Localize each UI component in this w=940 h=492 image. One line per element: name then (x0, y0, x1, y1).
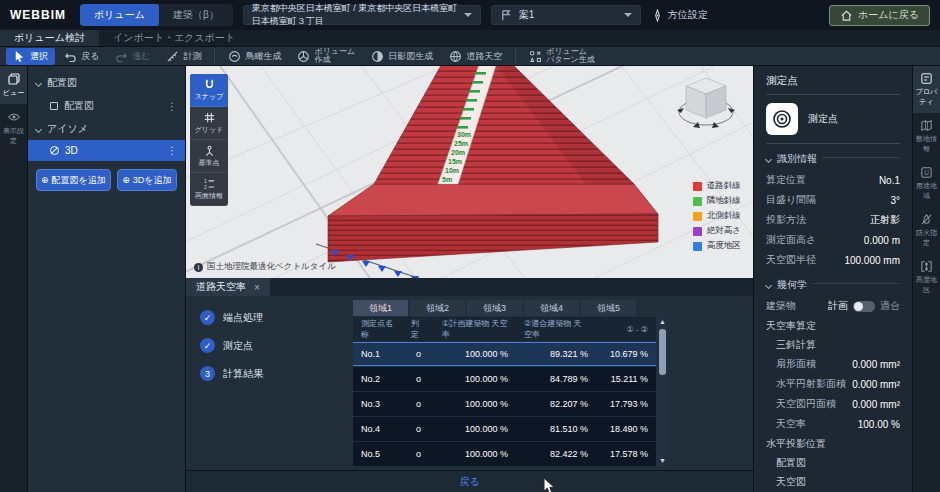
tab-region-2[interactable]: 領域2 (410, 300, 465, 316)
info-icon[interactable]: i (194, 263, 203, 272)
prop-projection-method: 投影方法 正射影 (766, 210, 900, 230)
toolbar-divider (214, 49, 215, 63)
table-scrollbar[interactable]: ▲ ▼ (657, 317, 668, 466)
tab-road-sky-ratio[interactable]: 道路天空率 × (186, 278, 270, 296)
kebab-menu-icon[interactable]: ⋮ (167, 145, 177, 156)
magnet-icon (203, 78, 216, 91)
region-tab-bar: 領域1 領域2 領域3 領域4 領域5 (353, 300, 636, 316)
table-row[interactable]: No.4 o 100.000 % 81.510 % 18.490 % (353, 417, 656, 441)
step-label: 端点処理 (223, 311, 263, 325)
scroll-up-icon[interactable]: ▲ (659, 317, 666, 327)
prop-sky-chart-circle-area: 天空図円面積 0.000 mm² (766, 394, 900, 414)
tree-group-plan[interactable]: 配置図 (28, 72, 185, 94)
chevron-down-icon (624, 13, 632, 17)
view-cube[interactable] (673, 70, 739, 132)
tab-import-export[interactable]: インポート・エクスポート (99, 30, 249, 46)
orientation-settings-button[interactable]: 方位設定 (651, 8, 708, 22)
tab-region-1[interactable]: 領域1 (353, 300, 408, 316)
rail-tab-height-district[interactable]: 高度地区 (913, 254, 940, 301)
tab-region-5[interactable]: 領域5 (581, 300, 636, 316)
rail-tab-view[interactable]: ビュー (0, 66, 27, 104)
viewport-toolbar: スナップ グリッド 基準点 (190, 74, 228, 206)
ruler-icon (166, 50, 179, 63)
left-rail: ビュー 表示設定 (0, 66, 28, 492)
undo-label: 戻る (81, 50, 99, 63)
tree-item-plan[interactable]: 配置図 ⋮ (28, 94, 185, 118)
address-select[interactable]: 東京都中央区日本橋室町 / 東京都中央区日本橋室町日本橋室町３丁目 (243, 5, 481, 25)
legend-item: 絶対高さ (693, 225, 741, 237)
rail-tab-zoning[interactable]: U 用途地域 (913, 160, 940, 207)
plan-value: 案1 (519, 8, 535, 22)
building-mode-toggle[interactable] (853, 301, 875, 312)
nav-tab-bar: ボリューム検討 インポート・エクスポート (0, 30, 940, 47)
base-point-icon (203, 144, 216, 157)
select-tool-button[interactable]: 選択 (6, 48, 55, 65)
add-3d-view-button[interactable]: ⊕ 3Dを追加 (117, 169, 177, 191)
screen-info-button[interactable]: 1 2 画面情報 (190, 173, 228, 206)
add-plan-view-button[interactable]: ⊕ 配置図を追加 (36, 169, 111, 191)
screen-info-label: 画面情報 (195, 191, 223, 201)
right-rail: プロパティ 敷地情報 U 用途地域 (912, 66, 940, 492)
volume-pattern-button[interactable]: ボリュームパターン生成 (522, 46, 602, 66)
select-tool-label: 選択 (30, 50, 48, 63)
section-identification[interactable]: 識別情報 (766, 144, 900, 170)
table-row[interactable]: No.3 o 100.000 % 82.207 % 17.793 % (353, 392, 656, 416)
shadow-generate-button[interactable]: 日影図生成 (364, 48, 440, 65)
orientation-label: 方位設定 (668, 8, 708, 22)
volume-create-icon (297, 50, 310, 63)
tree-group-isometric[interactable]: アイソメ (28, 118, 185, 140)
numbered-list-icon: 1 2 (203, 177, 216, 190)
table-row[interactable]: No.5 o 100.000 % 82.422 % 17.578 % (353, 442, 656, 466)
table-row[interactable]: No.1 o 100.000 % 89.321 % 10.679 % (353, 342, 656, 366)
panel-footer: 戻る (186, 470, 753, 492)
step-measurement-points[interactable]: ✓ 測定点 (200, 338, 263, 353)
grid-toggle-button[interactable]: グリッド (190, 107, 228, 140)
base-point-button[interactable]: 基準点 (190, 140, 228, 173)
step-check-icon: ✓ (200, 338, 215, 353)
rail-tab-fire-protection[interactable]: 防火指定 (913, 207, 940, 254)
step-calculation-results[interactable]: 3 計算結果 (200, 366, 263, 381)
legend-item: 高度地区 (693, 240, 741, 252)
redo-button[interactable]: 進む (108, 48, 157, 65)
rail-tab-display-settings[interactable]: 表示設定 (0, 104, 27, 152)
map-attribution: i 国土地理院最適化ベクトルタイル (194, 261, 336, 273)
rail-tab-site-info[interactable]: 敷地情報 (913, 113, 940, 160)
section-title: 幾何学 (777, 278, 807, 292)
tab-region-4[interactable]: 領域4 (524, 300, 579, 316)
measure-button[interactable]: 計測 (159, 48, 208, 65)
road-sky-button[interactable]: 道路天空 (442, 48, 509, 65)
svg-text:30m: 30m (457, 131, 471, 138)
step-endpoint-processing[interactable]: ✓ 端点処理 (200, 310, 263, 325)
back-button[interactable]: 戻る (459, 475, 479, 489)
scrollbar-thumb[interactable] (659, 329, 666, 375)
triangle-calc-button[interactable]: 三斜計算 (766, 335, 900, 354)
mode-architecture-button[interactable]: 建築（β） (159, 4, 233, 26)
sky-chart-link[interactable]: 天空図 (766, 472, 900, 491)
plan-select[interactable]: 案1 (491, 5, 641, 25)
compass-icon (651, 9, 664, 22)
redo-icon (115, 50, 128, 63)
tree-item-3d[interactable]: 3D ⋮ (28, 140, 185, 161)
scroll-down-icon[interactable]: ▼ (659, 456, 666, 466)
col-difference: ① - ② (596, 317, 656, 341)
home-button[interactable]: ホームに戻る (829, 5, 930, 26)
close-icon[interactable]: × (254, 282, 260, 293)
redo-label: 進む (132, 50, 150, 63)
tab-volume-study[interactable]: ボリューム検討 (0, 30, 99, 46)
table-row[interactable]: No.2 o 100.000 % 84.789 % 15.211 % (353, 367, 656, 391)
plan-view-icon (50, 102, 58, 110)
section-geometry[interactable]: 幾何学 (766, 270, 900, 296)
birdseye-generate-button[interactable]: 鳥瞰生成 (221, 48, 288, 65)
rail-tab-properties[interactable]: プロパティ (913, 66, 940, 113)
mode-volume-button[interactable]: ボリューム (80, 4, 159, 26)
volume-create-button[interactable]: ボリューム作成 (290, 46, 362, 66)
site-plan-link[interactable]: 配置図 (766, 453, 900, 472)
properties-icon (920, 72, 933, 85)
app-logo: WEBBIM (10, 8, 66, 22)
tab-region-3[interactable]: 領域3 (467, 300, 522, 316)
snap-toggle-button[interactable]: スナップ (190, 74, 228, 107)
kebab-menu-icon[interactable]: ⋮ (167, 101, 177, 112)
legend-label: 絶対高さ (707, 225, 741, 237)
viewport-3d[interactable]: 5m 10m 15m 20m 25m 30m (186, 66, 753, 278)
undo-button[interactable]: 戻る (57, 48, 106, 65)
